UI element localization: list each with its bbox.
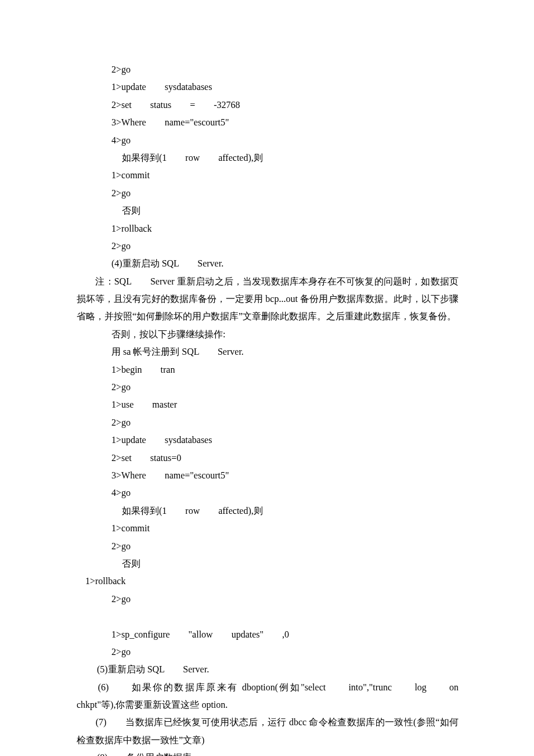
- code-line: 2>set status = -32768: [77, 96, 459, 114]
- blank-line: [77, 608, 459, 625]
- code-line: 1>use master: [77, 396, 459, 413]
- code-line: 1>commit: [77, 520, 459, 537]
- step-line: (5)重新启动 SQL Server.: [77, 661, 459, 678]
- step-line: (8) 备份用户数据库: [77, 749, 459, 756]
- code-line: 1>update sysdatabases: [77, 78, 459, 96]
- code-line: 4>go: [77, 132, 459, 149]
- code-line: 2>go: [77, 538, 459, 555]
- code-line: 2>go: [77, 61, 459, 78]
- code-line: 1>sp_configure "allow updates" ,0: [77, 626, 459, 643]
- step-paragraph: (7) 当数据库已经恢复可使用状态后，运行 dbcc 命令检查数据库的一致性(参…: [77, 714, 459, 749]
- code-line: 2>go: [77, 643, 459, 661]
- text-line: 否则: [77, 555, 459, 573]
- code-line: 2>go: [77, 237, 459, 255]
- code-line: 2>go: [77, 591, 459, 608]
- code-line: 1>commit: [77, 167, 459, 184]
- code-line: 3>Where name="escourt5": [77, 114, 459, 131]
- note-paragraph: 注：SQL Server 重新启动之后，当发现数据库本身存在不可恢复的问题时，如…: [77, 273, 459, 326]
- code-line: 2>go: [77, 414, 459, 431]
- code-line: 1>update sysdatabases: [77, 431, 459, 449]
- code-line: 2>set status=0: [77, 449, 459, 467]
- step-paragraph: (6) 如果你的数据库原来有 dboption(例如"select into",…: [77, 679, 459, 714]
- text-line: 如果得到(1 row affected),则: [77, 502, 459, 520]
- text-line: 否则，按以下步骤继续操作:: [77, 326, 459, 343]
- text-line: 否则: [77, 202, 459, 219]
- code-line: 3>Where name="escourt5": [77, 467, 459, 484]
- code-line: 2>go: [77, 185, 459, 202]
- code-line: 2>go: [77, 379, 459, 396]
- text-line: 如果得到(1 row affected),则: [77, 149, 459, 167]
- text-line: 用 sa 帐号注册到 SQL Server.: [77, 343, 459, 361]
- code-line: 1>begin tran: [77, 361, 459, 379]
- code-line: 1>rollback: [77, 220, 459, 237]
- step-line: (4)重新启动 SQL Server.: [77, 255, 459, 272]
- code-line: 1>rollback: [77, 573, 459, 590]
- code-line: 4>go: [77, 484, 459, 502]
- document-page: 2>go 1>update sysdatabases 2>set status …: [0, 0, 534, 756]
